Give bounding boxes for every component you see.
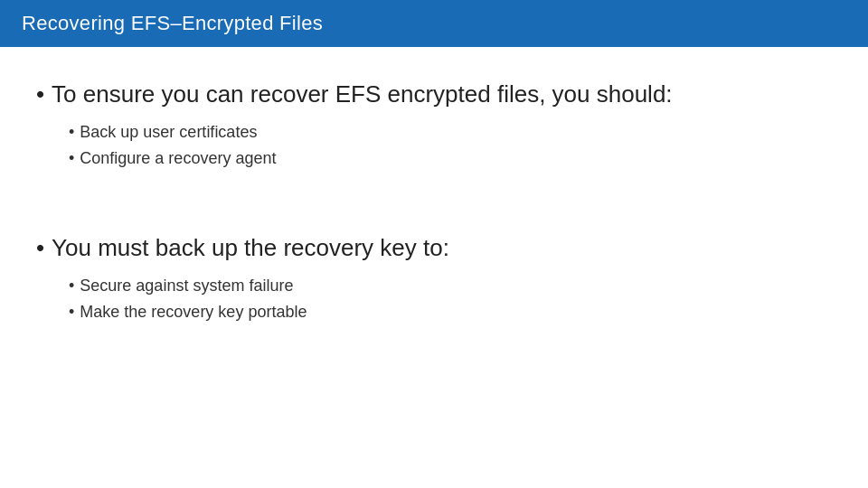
main-bullet-1: • To ensure you can recover EFS encrypte…	[36, 80, 832, 110]
main-bullet-1-dot: •	[36, 80, 44, 108]
sub-bullet-2-2: • Make the recovery key portable	[69, 301, 832, 324]
slide-header: Recovering EFS–Encrypted Files	[0, 0, 868, 47]
sub-bullets-2: • Secure against system failure • Make t…	[36, 275, 832, 324]
sub-bullet-1-1-text: Back up user certificates	[80, 121, 257, 144]
sub-bullet-2-2-text: Make the recovery key portable	[80, 301, 307, 324]
bullet-section-1: • To ensure you can recover EFS encrypte…	[36, 80, 832, 170]
slide: Recovering EFS–Encrypted Files • To ensu…	[0, 0, 868, 488]
sub-bullet-1-2-dot: •	[69, 149, 74, 168]
bullet-section-2: • You must back up the recovery key to: …	[36, 233, 832, 324]
main-bullet-2-text: You must back up the recovery key to:	[52, 233, 449, 264]
slide-content: • To ensure you can recover EFS encrypte…	[0, 47, 868, 488]
spacer	[36, 197, 832, 206]
sub-bullet-2-1-text: Secure against system failure	[80, 275, 293, 297]
main-bullet-1-text: To ensure you can recover EFS encrypted …	[52, 80, 672, 110]
main-bullet-2: • You must back up the recovery key to:	[36, 233, 832, 264]
sub-bullet-2-1-dot: •	[69, 277, 74, 296]
main-bullet-2-dot: •	[36, 234, 44, 262]
sub-bullet-1-1-dot: •	[69, 123, 74, 142]
sub-bullet-2-1: • Secure against system failure	[69, 275, 832, 297]
sub-bullet-2-2-dot: •	[69, 303, 74, 322]
sub-bullets-1: • Back up user certificates • Configure …	[36, 121, 832, 170]
sub-bullet-1-1: • Back up user certificates	[69, 121, 832, 144]
slide-title: Recovering EFS–Encrypted Files	[22, 12, 323, 35]
sub-bullet-1-2-text: Configure a recovery agent	[80, 147, 276, 170]
sub-bullet-1-2: • Configure a recovery agent	[69, 147, 832, 170]
